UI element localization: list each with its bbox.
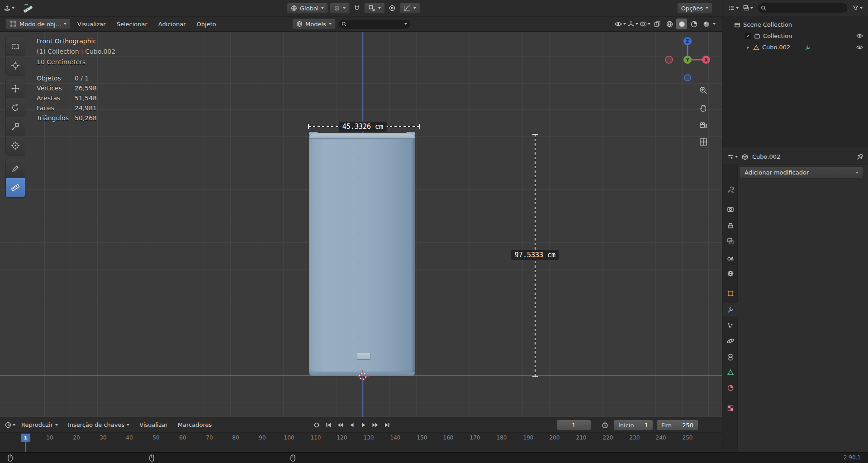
transform-orientation-dropdown[interactable]: Global bbox=[287, 3, 328, 14]
navigation-gizmo[interactable]: Z X Y bbox=[664, 36, 711, 83]
editor-type-selector[interactable] bbox=[4, 3, 14, 14]
tab-world[interactable] bbox=[723, 267, 738, 280]
menu-selecionar[interactable]: Selecionar bbox=[113, 19, 152, 29]
overlays-dropdown[interactable] bbox=[640, 19, 650, 29]
timeline-view-menu[interactable]: Visualizar bbox=[135, 420, 172, 430]
prev-keyframe-button[interactable] bbox=[335, 420, 346, 430]
viewport-search-box[interactable] bbox=[337, 19, 411, 29]
mouse-middle-hint-icon bbox=[149, 454, 154, 462]
chevron-down-icon bbox=[321, 7, 324, 9]
gizmos-dropdown[interactable] bbox=[627, 19, 638, 29]
record-button[interactable] bbox=[311, 420, 322, 430]
outliner-row-collection[interactable]: Collection bbox=[722, 30, 868, 42]
markers-menu[interactable]: Marcadores bbox=[174, 420, 216, 430]
shading-material-button[interactable] bbox=[688, 19, 699, 29]
asset-repository-dropdown[interactable]: Models bbox=[292, 19, 336, 29]
playhead[interactable]: 1 bbox=[21, 434, 30, 442]
snap-toggle[interactable] bbox=[351, 3, 362, 14]
properties-editor-type-selector[interactable] bbox=[727, 151, 738, 162]
expand-arrow-icon[interactable]: ▸ bbox=[746, 45, 750, 50]
proportional-editing-toggle[interactable] bbox=[387, 3, 398, 14]
outliner-search-box[interactable] bbox=[757, 3, 848, 13]
outliner-row-scene-collection[interactable]: Scene Collection bbox=[722, 19, 868, 30]
add-modifier-dropdown[interactable]: Adicionar modificador bbox=[740, 166, 863, 179]
outliner-row-cubo-002[interactable]: ▸ Cubo.002 bbox=[722, 42, 868, 53]
snap-target-dropdown[interactable] bbox=[364, 3, 385, 14]
rendered-shading-icon bbox=[702, 20, 710, 28]
options-dropdown[interactable]: Opções bbox=[677, 3, 712, 14]
pan-button[interactable] bbox=[697, 101, 710, 115]
gizmo-minus-z-axis[interactable] bbox=[684, 75, 691, 81]
toggle-grid-button[interactable] bbox=[697, 135, 710, 149]
pivot-point-icon bbox=[334, 5, 340, 11]
object-visibility-dropdown[interactable] bbox=[614, 19, 626, 29]
world-tab-icon bbox=[726, 269, 735, 278]
shading-rendered-button[interactable] bbox=[701, 19, 711, 29]
camera-view-button[interactable] bbox=[697, 118, 710, 132]
tab-modifiers[interactable] bbox=[723, 303, 738, 317]
shading-dropdown-chevron-icon[interactable] bbox=[713, 23, 716, 25]
frame-end-field[interactable]: Fim 250 bbox=[656, 420, 698, 430]
object-visibility-toggle[interactable] bbox=[856, 43, 863, 51]
menu-objeto[interactable]: Objeto bbox=[193, 19, 220, 29]
cursor-tool[interactable] bbox=[6, 56, 25, 75]
menu-visualizar[interactable]: Visualizar bbox=[73, 19, 110, 29]
frame-start-field[interactable]: Início 1 bbox=[613, 420, 653, 430]
current-frame-field[interactable]: 1 bbox=[556, 420, 591, 430]
shading-wireframe-button[interactable] bbox=[664, 19, 675, 29]
shading-solid-button[interactable] bbox=[676, 19, 687, 29]
tab-view-layer[interactable] bbox=[723, 235, 738, 248]
eye-icon bbox=[856, 43, 863, 51]
jump-start-button[interactable] bbox=[323, 420, 334, 430]
move-tool[interactable] bbox=[6, 79, 25, 98]
3d-viewport[interactable]: 45.3326 cm 97.5333 cm Front Orthographic… bbox=[0, 32, 722, 417]
search-input[interactable] bbox=[349, 21, 402, 27]
play-reverse-button[interactable] bbox=[346, 420, 357, 430]
tab-particles[interactable] bbox=[723, 319, 738, 332]
tab-physics[interactable] bbox=[723, 334, 738, 348]
timeline-editor-type-selector[interactable] bbox=[5, 420, 15, 430]
xray-toggle[interactable] bbox=[652, 19, 663, 29]
tab-output[interactable] bbox=[723, 219, 738, 233]
proportional-falloff-dropdown[interactable] bbox=[399, 3, 420, 14]
tab-texture[interactable] bbox=[723, 402, 738, 415]
menu-adicionar[interactable]: Adicionar bbox=[154, 19, 190, 29]
next-keyframe-button[interactable] bbox=[370, 420, 381, 430]
select-box-tool[interactable] bbox=[6, 37, 25, 56]
tab-render[interactable] bbox=[723, 203, 738, 216]
timeline-ruler[interactable]: 10 20 30 40 50 60 70 80 90 100 110 120 1… bbox=[0, 433, 722, 452]
mesh-object-cubo-002[interactable] bbox=[309, 133, 415, 376]
mode-dropdown[interactable]: Modo de obj... bbox=[5, 19, 71, 29]
measure-tool[interactable] bbox=[6, 178, 25, 197]
timeline-tick: 10 bbox=[46, 435, 53, 441]
keying-menu[interactable]: Inserção de chaves bbox=[64, 420, 133, 430]
outliner-editor-type-selector[interactable] bbox=[728, 3, 739, 14]
gizmo-minus-x-axis[interactable] bbox=[665, 56, 673, 63]
rotate-tool[interactable] bbox=[6, 98, 25, 117]
zoom-button[interactable] bbox=[697, 84, 710, 97]
prev-keyframe-icon bbox=[337, 421, 344, 429]
pivot-point-dropdown[interactable] bbox=[330, 3, 350, 14]
annotate-tool[interactable] bbox=[6, 159, 25, 178]
tab-object[interactable] bbox=[723, 287, 738, 300]
play-button[interactable] bbox=[358, 420, 369, 430]
outliner-display-mode-dropdown[interactable] bbox=[742, 3, 753, 14]
active-tool-measure-icon[interactable] bbox=[23, 3, 33, 14]
scale-tool[interactable] bbox=[6, 117, 25, 136]
use-preview-range-toggle[interactable] bbox=[599, 420, 610, 430]
overlays-icon bbox=[640, 20, 647, 28]
jump-end-button[interactable] bbox=[382, 420, 393, 430]
outliner-filter-dropdown[interactable] bbox=[852, 3, 863, 14]
tab-object-data[interactable] bbox=[723, 366, 738, 379]
chevron-down-icon bbox=[860, 7, 863, 9]
pin-id-button[interactable] bbox=[857, 153, 863, 160]
collection-visibility-toggle[interactable] bbox=[856, 32, 863, 40]
playback-menu[interactable]: Reproduzir bbox=[17, 420, 62, 430]
tab-scene[interactable] bbox=[723, 251, 738, 265]
collection-checkbox[interactable] bbox=[745, 33, 751, 39]
transform-tool[interactable] bbox=[6, 136, 25, 155]
tab-tool[interactable] bbox=[723, 183, 738, 197]
outliner-search-input[interactable] bbox=[769, 5, 844, 11]
tab-constraints[interactable] bbox=[723, 350, 738, 364]
tab-material[interactable] bbox=[723, 381, 738, 395]
